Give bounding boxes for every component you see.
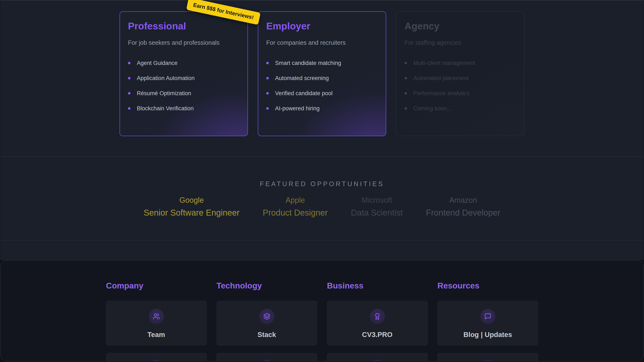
footer-card-cv3pro[interactable]: CV3.PRO — [327, 301, 428, 346]
plan-feature: Application Automation — [128, 75, 240, 81]
footer-heading-company: Company — [106, 281, 207, 291]
section-divider-band — [1, 240, 643, 260]
footer-heading-resources: Resources — [438, 281, 538, 291]
plan-feature: AI-powered hiring — [266, 105, 378, 111]
plan-subtitle: For job seekers and professionals — [128, 39, 240, 46]
plan-card-agency: Agency For staffing agencies Multi-clien… — [396, 11, 524, 136]
plans-row: Professional For job seekers and profess… — [1, 11, 643, 136]
footer-card-blog[interactable]: Blog | Updates — [438, 301, 538, 346]
bullet-dot-icon — [404, 62, 407, 64]
footer-card-partial[interactable] — [216, 353, 317, 361]
bullet-dot-icon — [404, 107, 407, 110]
job-item-apple[interactable]: Apple Product Designer — [263, 195, 328, 217]
bullet-dot-icon — [404, 77, 407, 79]
plan-subtitle: For companies and recruiters — [266, 39, 378, 46]
icon-circle — [149, 309, 164, 324]
job-company: Amazon — [426, 195, 500, 205]
job-title: Frontend Developer — [426, 208, 500, 217]
footer-col-company: Company Team — [106, 281, 207, 361]
plan-feature: Verified candidate pool — [266, 90, 378, 96]
job-item-google[interactable]: Google Senior Software Engineer — [144, 195, 240, 217]
bullet-dot-icon — [266, 62, 269, 64]
job-title: Senior Software Engineer — [144, 208, 240, 217]
icon-circle — [480, 309, 496, 324]
award-icon — [374, 313, 381, 320]
pricing-section: Professional For job seekers and profess… — [1, 0, 643, 157]
plan-feature: Coming soon... — [404, 105, 516, 111]
job-item-amazon[interactable]: Amazon Frontend Developer — [426, 195, 500, 217]
plan-feature: Automated screening — [266, 75, 378, 81]
job-company: Apple — [263, 195, 328, 205]
bullet-dot-icon — [128, 77, 130, 79]
plan-feature: Agent Guidance — [128, 60, 240, 66]
footer-panel: Company Team Technology — [0, 260, 644, 361]
bullet-dot-icon — [128, 107, 130, 110]
footer-card-label: Team — [148, 331, 165, 339]
plan-card-professional[interactable]: Professional For job seekers and profess… — [120, 11, 248, 136]
job-company: Google — [144, 195, 240, 205]
jobs-carousel: Google Senior Software Engineer Apple Pr… — [1, 195, 643, 217]
footer-heading-technology: Technology — [216, 281, 317, 291]
job-title: Data Scientist — [351, 208, 403, 217]
plan-feature: Performance analytics — [404, 90, 516, 96]
featured-section: FEATURED OPPORTUNITIES Google Senior Sof… — [1, 157, 643, 240]
footer-col-technology: Technology Stack — [216, 281, 317, 361]
footer-card-partial[interactable] — [438, 353, 538, 361]
footer-card-team[interactable]: Team — [106, 301, 207, 346]
footer-card-partial[interactable] — [106, 353, 207, 361]
icon-circle — [370, 309, 385, 324]
plan-subtitle: For staffing agencies — [404, 39, 516, 46]
footer-col-business: Business CV3.PRO — [327, 281, 428, 361]
plan-card-employer[interactable]: Employer For companies and recruiters Sm… — [258, 11, 386, 136]
icon-circle — [259, 360, 274, 361]
bullet-dot-icon — [266, 77, 269, 79]
featured-heading: FEATURED OPPORTUNITIES — [1, 180, 643, 188]
plan-feature: Automated placement — [404, 75, 516, 81]
plan-feature: Smart candidate matching — [266, 60, 378, 66]
job-item-microsoft[interactable]: Microsoft Data Scientist — [351, 195, 403, 217]
plan-title: Agency — [404, 20, 516, 32]
plan-title: Professional — [128, 20, 240, 32]
bullet-dot-icon — [266, 107, 269, 110]
layers-icon — [263, 313, 270, 320]
footer-heading-business: Business — [327, 281, 428, 291]
bullet-dot-icon — [128, 62, 130, 64]
plan-feature: Résumé Optimization — [128, 90, 240, 96]
footer-grid: Company Team Technology — [106, 261, 538, 361]
bullet-dot-icon — [404, 92, 407, 95]
icon-circle — [149, 360, 164, 361]
icon-circle — [370, 360, 385, 361]
footer-col-resources: Resources Blog | Updates — [438, 281, 538, 361]
bullet-dot-icon — [128, 92, 130, 95]
job-company: Microsoft — [351, 195, 403, 205]
icon-circle — [480, 360, 496, 361]
plan-feature: Blockchain Verification — [128, 105, 240, 111]
footer-card-label: Stack — [258, 331, 276, 339]
footer-card-stack[interactable]: Stack — [216, 301, 317, 346]
job-title: Product Designer — [263, 208, 328, 217]
plan-title: Employer — [266, 20, 378, 32]
footer-card-label: CV3.PRO — [362, 331, 392, 339]
icon-circle — [259, 309, 274, 324]
footer-card-label: Blog | Updates — [464, 331, 512, 339]
message-square-icon — [484, 313, 492, 320]
main-panel: Professional For job seekers and profess… — [0, 0, 644, 260]
plan-feature: Multi-client management — [404, 60, 516, 66]
users-icon — [153, 313, 160, 320]
bullet-dot-icon — [266, 92, 269, 95]
footer-card-partial[interactable] — [327, 353, 428, 361]
